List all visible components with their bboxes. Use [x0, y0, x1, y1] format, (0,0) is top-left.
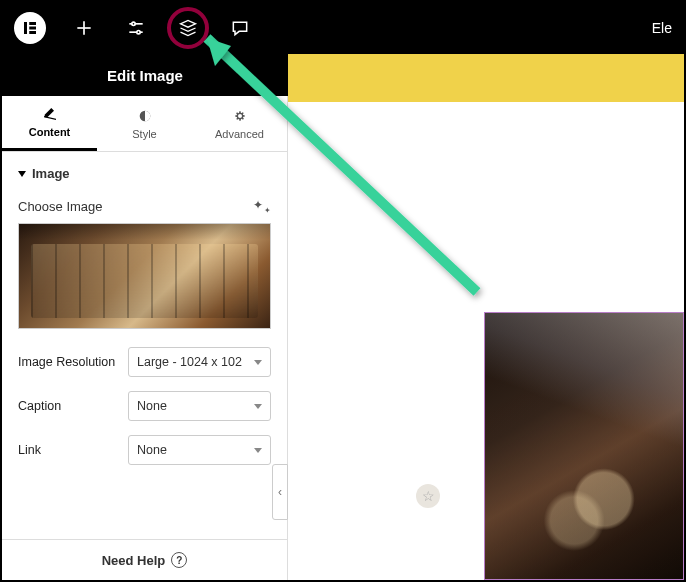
help-icon[interactable]: ?	[171, 552, 187, 568]
tab-advanced[interactable]: Advanced	[192, 96, 287, 151]
tab-style-label: Style	[132, 128, 156, 140]
resolution-value: Large - 1024 x 102	[137, 355, 242, 369]
link-select[interactable]: None	[128, 435, 271, 465]
resolution-label: Image Resolution	[18, 355, 118, 369]
chevron-down-icon	[18, 171, 26, 177]
yellow-section[interactable]	[288, 54, 684, 102]
chevron-down-icon	[254, 360, 262, 365]
settings-icon[interactable]	[122, 14, 150, 42]
caption-value: None	[137, 399, 167, 413]
section-title: Image	[32, 166, 70, 181]
ai-generate-icon[interactable]	[253, 197, 271, 215]
section-image-header[interactable]: Image	[18, 166, 271, 181]
chevron-down-icon	[254, 448, 262, 453]
link-label: Link	[18, 443, 118, 457]
panel-tabs: Content Style Advanced	[2, 96, 287, 152]
elementor-logo[interactable]	[14, 12, 46, 44]
caption-select[interactable]: None	[128, 391, 271, 421]
need-help-label[interactable]: Need Help	[102, 553, 166, 568]
tab-content-label: Content	[29, 126, 71, 138]
tab-advanced-label: Advanced	[215, 128, 264, 140]
svg-rect-3	[29, 31, 36, 34]
resolution-select[interactable]: Large - 1024 x 102	[128, 347, 271, 377]
choose-image-label: Choose Image	[18, 199, 103, 214]
panel-body: Image Choose Image Image Resolution Larg…	[2, 152, 287, 539]
toolbar-right-label: Ele	[652, 20, 672, 36]
image-preview[interactable]	[18, 223, 271, 329]
link-value: None	[137, 443, 167, 457]
side-panel: Edit Image Content Style Advanced Image …	[2, 54, 288, 580]
structure-icon[interactable]	[174, 14, 202, 42]
add-element-icon[interactable]	[70, 14, 98, 42]
comments-icon[interactable]	[226, 14, 254, 42]
canvas-area[interactable]: ☆	[288, 54, 684, 580]
svg-rect-0	[24, 22, 27, 34]
svg-point-7	[132, 22, 135, 25]
collapse-panel-handle[interactable]: ‹	[272, 464, 288, 520]
panel-footer: Need Help ?	[2, 539, 287, 580]
caption-label: Caption	[18, 399, 118, 413]
favorite-icon[interactable]: ☆	[416, 484, 440, 508]
tab-content[interactable]: Content	[2, 96, 97, 151]
svg-rect-2	[29, 27, 36, 30]
canvas-image-widget[interactable]	[484, 312, 684, 580]
svg-rect-1	[29, 22, 36, 25]
svg-point-9	[137, 31, 140, 34]
chevron-down-icon	[254, 404, 262, 409]
panel-title: Edit Image	[2, 54, 288, 96]
top-toolbar: Ele	[2, 2, 684, 54]
tab-style[interactable]: Style	[97, 96, 192, 151]
